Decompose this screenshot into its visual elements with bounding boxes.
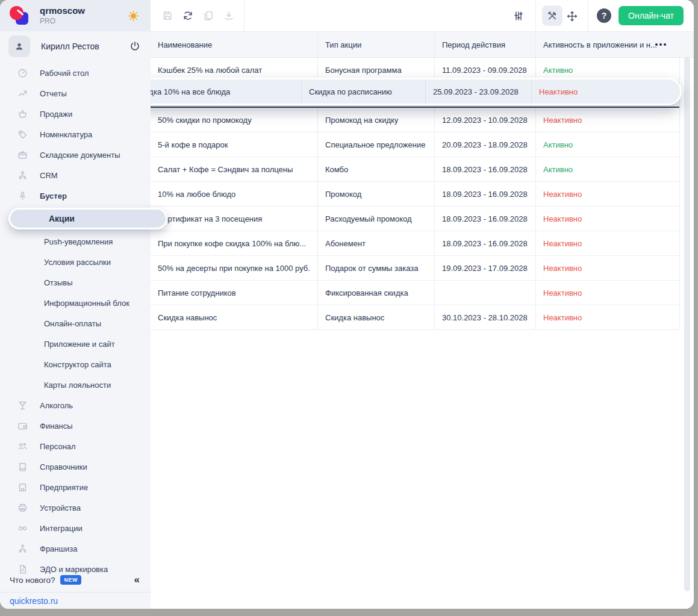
- sidebar-item-label: Условия рассылки: [44, 258, 111, 267]
- table-row[interactable]: 5-й кофе в подарокСпециальное предложени…: [151, 132, 679, 157]
- sidebar-item[interactable]: Продажи: [0, 104, 151, 124]
- sidebar-item-label: Справочники: [40, 462, 87, 471]
- user-row[interactable]: Кирилл Рестов: [0, 31, 151, 61]
- sidebar-item[interactable]: CRM: [0, 165, 151, 185]
- sidebar-item-label: Push-уведомления: [44, 237, 113, 246]
- cell-name: Питание сотрудников: [151, 281, 318, 305]
- sidebar-item[interactable]: Конструктор сайта: [0, 354, 151, 375]
- finance-icon: [17, 420, 28, 432]
- table-row[interactable]: Салат + Кофе = Сэндвич за полценыКомбо18…: [151, 157, 679, 182]
- toolbar-left-group: [161, 0, 243, 31]
- table-row[interactable]: 50% скидки по промокодуПромокод на скидк…: [151, 108, 679, 132]
- sidebar-item[interactable]: Рабочий стол: [0, 63, 151, 83]
- theme-sun-icon[interactable]: [127, 10, 140, 22]
- sidebar-footer: Что нового? NEW « quickresto.ru: [0, 570, 151, 609]
- sidebar-item[interactable]: Карты лояльности: [0, 375, 151, 395]
- table-row[interactable]: 10% на любое блюдоПромокод18.09.2023 - 1…: [151, 182, 679, 207]
- table-row[interactable]: Скидка навыносСкидка навынос30.10.2023 -…: [151, 305, 679, 330]
- brand-plan: PRO: [40, 17, 85, 25]
- screenshot-stage: ? Онлайн-чат НаименованиеТип акцииПериод…: [0, 0, 698, 616]
- sidebar-item-label: Устройства: [40, 503, 81, 512]
- vertical-scrollbar[interactable]: [684, 57, 690, 591]
- cell-period: 18.09.2023 - 16.09.2028: [435, 157, 536, 181]
- collapse-sidebar-icon[interactable]: «: [134, 574, 140, 586]
- column-header: Тип акции: [318, 32, 435, 57]
- cell-period: 19.09.2023 - 17.09.2028: [435, 256, 536, 280]
- sidebar-item-label: Приложение и сайт: [44, 340, 115, 349]
- tools-button[interactable]: [542, 5, 562, 26]
- sidebar-item-label: Отчеты: [40, 89, 67, 98]
- cell-status: Активно: [536, 157, 679, 181]
- table-row[interactable]: Сертификат на 3 посещенияРасходуемый про…: [151, 207, 679, 231]
- whats-new-link[interactable]: Что нового?: [10, 576, 55, 585]
- sidebar-item[interactable]: Push-уведомления: [0, 231, 151, 252]
- cell-status: Неактивно: [536, 207, 679, 231]
- sidebar-item[interactable]: Персонал: [0, 436, 151, 456]
- toolbar-divider: [588, 0, 588, 31]
- move-icon[interactable]: [566, 10, 578, 22]
- table-header: НаименованиеТип акцииПериод действияАкти…: [151, 32, 694, 58]
- cell-name: 5-й кофе в подарок: [151, 132, 318, 157]
- table-row[interactable]: 50% на десерты при покупке на 1000 руб.П…: [151, 256, 679, 281]
- sidebar-item-label: Франшиза: [40, 544, 77, 553]
- sidebar-item[interactable]: Алкоголь: [0, 395, 151, 415]
- sidebar-item[interactable]: Финансы: [0, 415, 151, 436]
- devices-icon: [17, 502, 28, 514]
- cell-status: Неактивно: [536, 231, 679, 255]
- sidebar-item[interactable]: Предприятие: [0, 477, 151, 497]
- cell-period: 18.09.2023 - 16.09.2028: [435, 207, 536, 231]
- divider: [0, 592, 151, 593]
- sidebar-item-label: Конструктор сайта: [44, 360, 111, 369]
- sidebar: qrmoscow PRO Кирилл Рестов Рабочий столО…: [0, 0, 151, 609]
- help-icon[interactable]: ?: [597, 8, 611, 23]
- sidebar-item[interactable]: Франшиза: [0, 538, 151, 559]
- sidebar-item-label: Акции: [49, 214, 75, 223]
- crm-icon: [17, 170, 28, 181]
- cell-status: Неактивно: [536, 281, 679, 305]
- save-icon[interactable]: [161, 10, 173, 22]
- reports-icon: [17, 88, 28, 99]
- sidebar-nav: Рабочий столОтчетыПродажиНоменклатураСкл…: [0, 63, 151, 579]
- brand-name: qrmoscow: [40, 6, 85, 16]
- sidebar-item[interactable]: Информационный блок: [0, 293, 151, 313]
- sidebar-item-label: Финансы: [40, 422, 73, 431]
- sidebar-item[interactable]: Отчеты: [0, 83, 151, 104]
- cell-period: 18.09.2023 - 16.09.2028: [435, 182, 536, 206]
- logout-power-icon[interactable]: [129, 40, 141, 52]
- sidebar-item-label: Складские документы: [40, 151, 120, 160]
- cell-period: 30.10.2023 - 28.10.2028: [435, 305, 536, 329]
- sales-icon: [17, 108, 28, 120]
- table-row[interactable]: При покупке кофе скидка 100% на блю...Аб…: [151, 231, 679, 256]
- sidebar-item[interactable]: Приложение и сайт: [0, 334, 151, 354]
- cell-type: Скидка по расписанию: [302, 79, 426, 104]
- refresh-icon[interactable]: [182, 10, 194, 22]
- sidebar-item[interactable]: Бустер: [0, 185, 151, 206]
- sidebar-item[interactable]: Условия рассылки: [0, 252, 151, 272]
- cell-type: Специальное предложение: [318, 132, 435, 157]
- cell-status: Неактивно: [532, 79, 680, 104]
- table-row[interactable]: Питание сотрудниковФиксированная скидкаН…: [151, 281, 679, 305]
- sidebar-item[interactable]: Отзывы: [0, 272, 151, 293]
- more-columns-icon[interactable]: [655, 43, 666, 46]
- toolbar: ? Онлайн-чат: [151, 0, 694, 32]
- cell-name: Сертификат на 3 посещения: [151, 207, 318, 231]
- sidebar-item[interactable]: Складские документы: [0, 145, 151, 165]
- sidebar-item[interactable]: Устройства: [0, 497, 151, 518]
- online-chat-button[interactable]: Онлайн-чат: [619, 6, 684, 25]
- quickresto-link[interactable]: quickresto.ru: [0, 596, 151, 606]
- dragged-row[interactable]: Скидка 10% на все блюда Скидка по распис…: [126, 78, 682, 105]
- new-badge: NEW: [60, 575, 81, 585]
- sidebar-item[interactable]: Справочники: [0, 456, 151, 477]
- directories-icon: [17, 461, 28, 473]
- sidebar-item[interactable]: Номенклатура: [0, 124, 151, 145]
- sidebar-item-label: CRM: [40, 171, 58, 180]
- cell-period: [435, 281, 536, 305]
- sidebar-item[interactable]: Онлайн-оплаты: [0, 313, 151, 334]
- sidebar-item[interactable]: Интеграции: [0, 518, 151, 538]
- copy-icon[interactable]: [202, 10, 214, 22]
- sidebar-item-selected[interactable]: Акции: [8, 208, 167, 229]
- staff-icon: [17, 441, 28, 452]
- sidebar-item-label: Информационный блок: [44, 299, 129, 308]
- download-icon[interactable]: [223, 10, 235, 22]
- filter-sliders-icon[interactable]: [513, 10, 525, 22]
